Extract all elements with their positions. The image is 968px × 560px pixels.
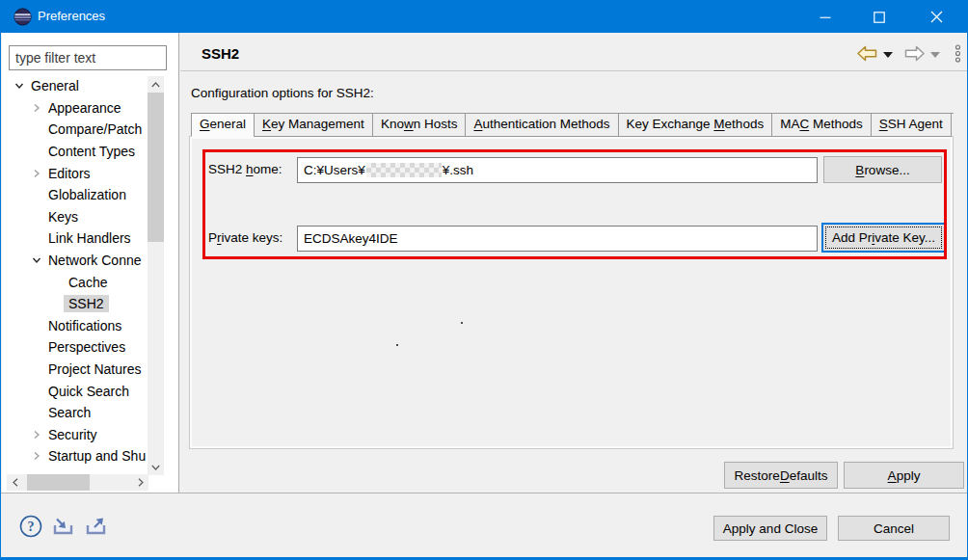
tree-item-link-handlers[interactable]: Link Handlers xyxy=(2,227,148,250)
chevron-expanded-icon[interactable] xyxy=(32,255,41,265)
dust-speck xyxy=(396,344,398,346)
back-history-menu-icon[interactable] xyxy=(883,52,893,58)
page-title: SSH2 xyxy=(202,45,239,62)
preferences-dialog: Preferences General Appearance Compare/P… xyxy=(0,0,968,560)
scroll-left-icon[interactable] xyxy=(7,474,23,491)
window-title: Preferences xyxy=(38,9,105,23)
chevron-expanded-icon[interactable] xyxy=(14,81,24,91)
maximize-icon xyxy=(874,12,885,23)
tree-item-project-natures[interactable]: Project Natures xyxy=(2,359,148,381)
filter-input[interactable] xyxy=(9,45,167,70)
apply-button[interactable]: Apply xyxy=(844,462,964,489)
tab-mac-methods[interactable]: MAC Methods xyxy=(771,113,871,137)
apply-and-close-button[interactable]: Apply and Close xyxy=(713,516,827,541)
view-menu-icon[interactable] xyxy=(954,44,962,66)
export-preferences-icon[interactable] xyxy=(84,517,108,539)
tab-authentication-methods[interactable]: Authentication Methods xyxy=(465,113,617,137)
tree-item-general[interactable]: General xyxy=(2,75,148,97)
tab-key-exchange-methods[interactable]: Key Exchange Methods xyxy=(618,113,772,137)
tree-item-compare-patch[interactable]: Compare/Patch xyxy=(2,119,148,141)
tab-key-management[interactable]: Key Management xyxy=(254,113,372,137)
footer-separator xyxy=(1,493,968,493)
panel-divider[interactable] xyxy=(178,33,179,493)
tree-item-network-connections[interactable]: Network Conne xyxy=(2,250,148,272)
dust-speck xyxy=(461,322,463,324)
tree-item-globalization[interactable]: Globalization xyxy=(2,184,148,206)
preference-nav-toolbar xyxy=(857,43,962,67)
tree-item-keys[interactable]: Keys xyxy=(2,206,148,228)
tree-item-editors[interactable]: Editors xyxy=(2,162,148,184)
scroll-down-icon[interactable] xyxy=(148,459,164,475)
tree-item-startup-and-shutdown[interactable]: Startup and Shu xyxy=(2,445,148,467)
tree-item-quick-search[interactable]: Quick Search xyxy=(2,380,148,402)
maximize-button[interactable] xyxy=(857,1,901,33)
tree-item-cache[interactable]: Cache xyxy=(2,271,148,293)
scroll-up-icon[interactable] xyxy=(148,76,164,93)
close-button[interactable] xyxy=(914,1,958,33)
preferences-tree: General Appearance Compare/Patch Content… xyxy=(2,75,148,467)
chevron-collapsed-icon[interactable] xyxy=(32,103,41,113)
tree-item-perspectives[interactable]: Perspectives xyxy=(2,336,148,359)
svg-text:?: ? xyxy=(28,520,35,534)
forward-arrow-icon[interactable] xyxy=(904,45,925,65)
tree-item-search[interactable]: Search xyxy=(2,402,148,424)
vertical-scroll-thumb[interactable] xyxy=(148,93,164,242)
footer-icon-toolbar: ? xyxy=(19,515,108,541)
tab-ssh-agent[interactable]: SSH Agent xyxy=(871,113,952,137)
help-icon[interactable]: ? xyxy=(19,515,42,541)
tree-horizontal-scrollbar[interactable] xyxy=(7,474,148,491)
red-annotation-rectangle xyxy=(202,149,947,259)
back-arrow-icon[interactable] xyxy=(857,45,877,65)
tree-item-ssh2[interactable]: SSH2 xyxy=(2,293,148,315)
eclipse-logo-icon xyxy=(13,8,32,29)
cancel-button[interactable]: Cancel xyxy=(838,516,950,541)
tree-item-content-types[interactable]: Content Types xyxy=(2,141,148,163)
tree-item-appearance[interactable]: Appearance xyxy=(2,97,148,120)
ssh2-tab-bar: General Key Management Known Hosts Authe… xyxy=(191,113,954,137)
chevron-collapsed-icon[interactable] xyxy=(32,451,41,461)
sidebar: General Appearance Compare/Patch Content… xyxy=(2,33,178,493)
titlebar[interactable]: Preferences xyxy=(1,1,967,33)
horizontal-scroll-thumb[interactable] xyxy=(27,474,90,491)
tab-general[interactable]: General xyxy=(191,113,254,137)
tree-vertical-scrollbar[interactable] xyxy=(148,76,164,475)
tree-item-security[interactable]: Security xyxy=(2,424,148,446)
chevron-collapsed-icon[interactable] xyxy=(32,430,41,440)
tab-known-hosts[interactable]: Known Hosts xyxy=(372,113,466,137)
minimize-icon xyxy=(820,12,831,23)
header-separator xyxy=(180,70,968,71)
import-preferences-icon[interactable] xyxy=(51,517,75,539)
scroll-right-icon[interactable] xyxy=(132,474,148,491)
restore-defaults-button[interactable]: Restore Defaults xyxy=(724,462,838,489)
close-icon xyxy=(930,11,943,23)
minimize-button[interactable] xyxy=(803,1,847,33)
configuration-description: Configuration options for SSH2: xyxy=(191,86,374,100)
tree-item-notifications[interactable]: Notifications xyxy=(2,315,148,337)
forward-history-menu-icon[interactable] xyxy=(930,52,940,58)
chevron-collapsed-icon[interactable] xyxy=(32,169,41,178)
